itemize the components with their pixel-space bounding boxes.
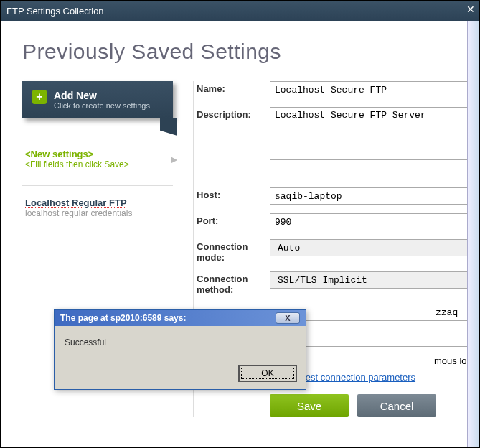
sidebar-item-localhost-regular[interactable]: Localhost Regular FTP localhost regular … <box>22 197 173 218</box>
page-title: Previously Saved Settings <box>22 39 458 64</box>
name-field[interactable] <box>270 81 479 98</box>
tab-indicator <box>160 118 177 136</box>
plus-icon: + <box>32 90 47 104</box>
alert-titlebar: The page at sp2010:6589 says: X <box>55 310 306 326</box>
add-new-button[interactable]: + Add New Click to create new settings <box>22 81 173 118</box>
connection-method-select[interactable]: SSL/TLS Implicit <box>270 271 479 289</box>
window-titlebar: FTP Settings Collection ✕ <box>1 1 479 21</box>
connection-method-label: Connection method: <box>197 271 261 295</box>
alert-ok-button[interactable]: OK <box>238 365 297 382</box>
existing-title: Localhost Regular FTP <box>25 197 170 208</box>
new-settings-sub: <Fill fields then click Save> <box>25 159 170 169</box>
chevron-right-icon: ▶ <box>171 154 177 164</box>
connection-mode-select[interactable]: Auto <box>270 239 479 256</box>
alert-dialog: The page at sp2010:6589 says: X Successf… <box>54 309 306 390</box>
name-label: Name: <box>197 81 261 94</box>
add-new-title: Add New <box>54 90 150 101</box>
host-label: Host: <box>197 187 261 200</box>
port-field[interactable] <box>270 213 479 230</box>
window-title: FTP Settings Collection <box>6 6 104 17</box>
add-new-subtitle: Click to create new settings <box>54 101 150 110</box>
user-label <box>197 304 261 306</box>
alert-body: Successful <box>55 326 306 362</box>
existing-sub: localhost regular credentials <box>25 208 170 218</box>
divider <box>22 185 173 186</box>
connection-mode-label: Connection mode: <box>197 239 261 263</box>
sidebar-item-new-settings[interactable]: <New settings> <Fill fields then click S… <box>22 149 173 169</box>
description-label: Description: <box>197 107 261 120</box>
host-field[interactable] <box>270 187 479 205</box>
new-settings-title: <New settings> <box>25 149 170 159</box>
close-icon[interactable]: ✕ <box>466 4 475 15</box>
cancel-button[interactable]: Cancel <box>357 394 436 417</box>
port-label: Port: <box>197 213 261 226</box>
alert-close-button[interactable]: X <box>276 312 300 324</box>
save-button[interactable]: Save <box>270 394 349 417</box>
description-field[interactable]: Localhost Secure FTP Server <box>270 107 479 160</box>
alert-title-text: The page at sp2010:6589 says: <box>60 313 186 323</box>
scrollbar[interactable] <box>467 21 479 447</box>
